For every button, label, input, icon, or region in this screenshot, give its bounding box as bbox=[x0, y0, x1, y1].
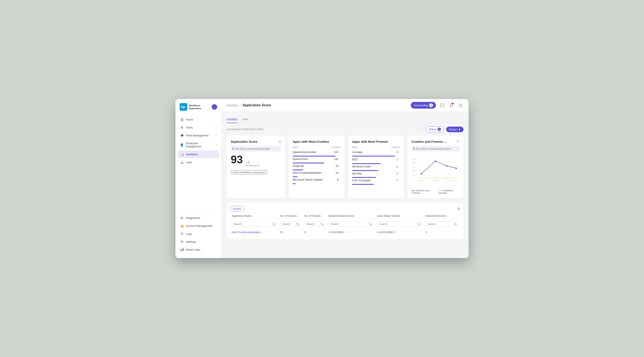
notification-dot bbox=[452, 103, 454, 104]
search-icon: 🔍 bbox=[296, 223, 299, 226]
crash-app-list: Hpwarrantychecker 187 › Speech2text 122 … bbox=[293, 150, 340, 184]
cell-freezes: 0 bbox=[302, 231, 327, 234]
sidebar-item-fleet[interactable]: 💻 Fleet Management ▾ bbox=[178, 132, 219, 139]
sidebar-item-settings[interactable]: ⚙ Settings bbox=[178, 238, 219, 246]
svg-text:?: ? bbox=[442, 104, 443, 106]
cell-rec-version: 4.1024.909.3 bbox=[327, 231, 376, 234]
freeze-app-list: Lockapp 3 › 設定 1 › Windows Audio bbox=[352, 150, 400, 185]
search-least-stable-input[interactable] bbox=[377, 221, 422, 227]
info-note: ℹ This chart is not impacted by filters. bbox=[231, 146, 281, 151]
search-icon: 🔍 bbox=[369, 223, 372, 226]
user-icon bbox=[458, 103, 463, 107]
tab-installed[interactable]: Installed bbox=[226, 116, 238, 123]
app-table-section: Export ⚙ Application Name No. of Crashes… bbox=[226, 203, 464, 239]
help-button[interactable]: ? bbox=[439, 102, 445, 108]
crashes-freezes-chart-card: Crashes and Freezes ... ⇱ ℹ This chart i… bbox=[408, 136, 464, 198]
svg-text:0: 0 bbox=[414, 178, 415, 179]
fleet-icon: 💻 bbox=[180, 134, 184, 137]
breadcrumb: Analytics / Application Score bbox=[226, 103, 271, 107]
search-impacted-cell: 🔍 bbox=[424, 220, 460, 227]
search-icon: 🔍 bbox=[272, 223, 275, 226]
header: Analytics / Application Score Onboarding… bbox=[222, 99, 468, 112]
sidebar-item-whats-new[interactable]: 📢 What's New bbox=[178, 246, 219, 253]
search-rec-version-cell: 🔍 bbox=[327, 220, 376, 227]
main-content: Analytics / Application Score Onboarding… bbox=[222, 99, 468, 258]
integrations-icon: ⊞ bbox=[180, 216, 184, 220]
account-icon: 🔔 bbox=[180, 224, 184, 228]
list-item[interactable]: Hpwarrantychecker 187 › bbox=[293, 150, 340, 154]
search-crashes-cell: 🔍 bbox=[278, 220, 303, 227]
sidebar-item-home[interactable]: 🏠 Home bbox=[178, 116, 219, 123]
chevron-down-icon: ▾ bbox=[216, 134, 217, 137]
table-search-row: 🔍 🔍 🔍 bbox=[230, 219, 460, 229]
table-row: Intel Providerdatahelper... 13 0 4.1024.… bbox=[230, 229, 460, 236]
svg-point-23 bbox=[446, 178, 447, 179]
line-chart-svg: 500 400 300 200 100 0 bbox=[412, 154, 459, 186]
sidebar-item-integrations[interactable]: ⊞ Integrations bbox=[178, 214, 219, 222]
col-crashes: No. of Crashes bbox=[278, 215, 303, 219]
sidebar-item-employee[interactable]: 👤 Employee Engagement ▾ bbox=[178, 140, 219, 150]
svg-point-21 bbox=[420, 178, 422, 179]
settings-icon: ⚙ bbox=[180, 240, 184, 243]
most-freezes-card: Apps with Most Freezes Apps Freezes Lock… bbox=[348, 136, 404, 198]
cell-app-name[interactable]: Intel Providerdatahelper... bbox=[230, 231, 278, 234]
card-minimize-icon[interactable]: ⊡ bbox=[278, 140, 281, 143]
whats-new-icon: 📢 bbox=[180, 248, 184, 251]
more-options-button[interactable]: ··· bbox=[420, 127, 424, 131]
search-least-stable-cell: 🔍 bbox=[376, 220, 424, 227]
page-content: Installed Web Last updated: 02/02 00:00 … bbox=[222, 112, 468, 258]
svg-point-24 bbox=[456, 178, 457, 179]
coming-soon-badge: Device breakdown coming soon bbox=[231, 170, 267, 174]
col-app-name: Application Name bbox=[230, 215, 278, 219]
table-settings-button[interactable]: ⚙ bbox=[457, 207, 460, 211]
info-icon: ℹ bbox=[232, 147, 234, 150]
svg-point-22 bbox=[435, 178, 436, 179]
list-item[interactable]: Com Surrogate 1 › bbox=[352, 179, 400, 182]
svg-text:200: 200 bbox=[413, 170, 415, 171]
filters-button[interactable]: Filters 0 bbox=[426, 126, 444, 132]
svg-text:1/27/2025: 1/27/2025 bbox=[449, 180, 455, 181]
chart-info-note: ℹ This chart is not impacted by filters. bbox=[412, 146, 459, 151]
most-crashes-card: Apps with Most Crashes Apps Crashes Hpwa… bbox=[288, 136, 344, 198]
search-rec-version-input[interactable] bbox=[328, 221, 374, 227]
line-chart-area: 500 400 300 200 100 0 bbox=[412, 154, 459, 188]
search-app-name-cell: 🔍 bbox=[230, 220, 278, 227]
svg-text:300: 300 bbox=[413, 166, 415, 168]
search-freezes-cell: 🔍 bbox=[302, 220, 327, 227]
list-item[interactable]: Igcctray 1 › bbox=[352, 172, 400, 175]
user-profile-button[interactable] bbox=[458, 102, 464, 108]
sidebar-divider bbox=[178, 211, 219, 212]
sidebar-item-logs[interactable]: ☰ Logs bbox=[178, 230, 219, 238]
onboarding-button[interactable]: Onboarding 8 bbox=[411, 102, 436, 109]
score-value: 93 bbox=[231, 154, 243, 165]
list-item[interactable]: Lockapp 3 › bbox=[352, 150, 400, 154]
search-app-name-input[interactable] bbox=[232, 221, 277, 227]
labs-icon: 🔬 bbox=[180, 160, 184, 164]
export-header-button[interactable]: Export ⬇ bbox=[446, 127, 464, 132]
list-item[interactable]: 設定 1 › bbox=[352, 157, 400, 161]
cell-least-stable: 4.1024.1009.5 bbox=[376, 231, 424, 234]
tab-web[interactable]: Web bbox=[242, 116, 248, 123]
list-item[interactable]: Microsoft Teams Updater 8 › bbox=[293, 178, 340, 181]
svg-text:1/13/2025: 1/13/2025 bbox=[418, 180, 423, 181]
sidebar-item-account[interactable]: 🔔 Account Management bbox=[178, 222, 219, 230]
list-item[interactable]: Intel Providerdatahelper ... 13 › bbox=[293, 171, 340, 174]
sidebar-item-alerts[interactable]: 🖥 Alerts ▾ bbox=[178, 124, 219, 131]
col-impacted-devices[interactable]: Impacted Devices ▾ bbox=[424, 215, 460, 219]
table-toolbar: Export ⚙ bbox=[230, 206, 460, 212]
sidebar-item-labs[interactable]: 🔬 Labs bbox=[178, 158, 219, 166]
list-item[interactable]: Speech2text 122 › bbox=[293, 157, 340, 160]
list-item[interactable]: Windows Audio 1 › bbox=[352, 165, 400, 168]
card-expand-icon[interactable]: ⇱ bbox=[457, 140, 459, 143]
cards-row: Application Score ⊡ ℹ This chart is not … bbox=[226, 136, 464, 198]
tab-bar: Installed Web bbox=[226, 116, 464, 123]
list-item[interactable]: Diagscap 33 › bbox=[293, 164, 340, 167]
table-export-button[interactable]: Export bbox=[230, 206, 244, 212]
notifications-button[interactable] bbox=[448, 102, 454, 108]
search-icon: 🔍 bbox=[454, 223, 457, 226]
search-impacted-input[interactable] bbox=[426, 221, 458, 227]
svg-text:100: 100 bbox=[413, 174, 415, 175]
svg-text:400: 400 bbox=[413, 162, 415, 164]
sidebar-item-analytics[interactable]: 📊 Analytics bbox=[178, 150, 219, 158]
sidebar-collapse-button[interactable]: ‹ bbox=[212, 104, 217, 110]
